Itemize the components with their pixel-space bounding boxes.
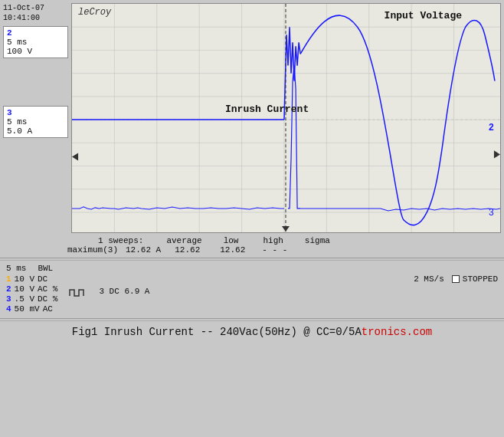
ch2-num: 2 [6, 284, 11, 294]
ch1-row: 1 10 V DC [6, 274, 57, 284]
ch3-marker: 3 [489, 208, 494, 219]
divider-1 [0, 258, 504, 258]
low-val: 12.62 [175, 245, 200, 255]
ch2-voltage: 100 V [7, 47, 64, 56]
channel-2-box: 2 5 ms 100 V [3, 26, 68, 58]
bwl-label: BWL [38, 264, 53, 273]
status-label: STOPPED [463, 274, 498, 284]
channel-list: 1 10 V DC 2 10 V AC % 3 .5 V DC % 4 50 m… [6, 274, 57, 314]
ch3-row: 3 .5 V DC % [6, 294, 57, 304]
measurements-section: 1 sweeps: average low high sigma maximum… [0, 233, 504, 256]
average-val: 12.62 A [126, 245, 161, 255]
ch3-num: 3 [6, 294, 11, 304]
ch3-time: 5 ms [7, 117, 64, 127]
scope-wrapper: 11-Oct-07 10:41:00 2 5 ms 100 V 3 5 ms 5… [0, 0, 504, 233]
ch2-mode: AC % [38, 284, 57, 294]
average-header: average [166, 236, 201, 245]
divider-2 [0, 318, 504, 319]
high-val: 12.62 [220, 245, 245, 255]
timestamp-time: 10:41:00 [3, 13, 68, 23]
sweeps-label: 1 sweeps: [98, 236, 143, 245]
inrush-current-label: Inrush Current [225, 104, 309, 115]
left-panel: 11-Oct-07 10:41:00 2 5 ms 100 V 3 5 ms 5… [3, 3, 68, 233]
low-header: low [224, 236, 239, 245]
ch4-row: 4 50 mV AC [6, 304, 57, 314]
ch4-num: 4 [6, 304, 11, 314]
dc-label: 3 DC 6.9 A [99, 287, 149, 296]
ch4-mode: AC [43, 304, 53, 314]
right-controls: 2 MS/s STOPPED [414, 274, 498, 284]
timebase-val: 5 ms [6, 264, 26, 273]
timestamp-date: 11-Oct-07 [3, 3, 68, 13]
ch4-volt: 50 mV [15, 304, 40, 314]
stopped-square-icon [452, 275, 460, 283]
input-voltage-label: Input Voltage [385, 10, 462, 21]
channel-3-box: 3 5 ms 5.0 A [3, 106, 68, 138]
stopped-badge: STOPPED [452, 274, 498, 284]
ch2-marker: 2 [489, 123, 494, 133]
ch3-label: 3 [7, 108, 64, 117]
caption-text: Fig1 Inrush Current -- 240Vac(50Hz) @ CC… [72, 326, 362, 338]
ch1-mode: DC [38, 274, 47, 284]
bottom-controls: 5 ms BWL 1 10 V DC 2 10 V AC % 3 .5 V D [0, 260, 504, 317]
ch2-volt: 10 V [15, 284, 34, 294]
ch2-row: 2 10 V AC % [6, 284, 57, 294]
meas-label: maximum(3) [67, 245, 118, 255]
ch2-label: 2 [7, 28, 64, 38]
ch3-mode: DC % [38, 294, 57, 304]
channel-rows: 1 10 V DC 2 10 V AC % 3 .5 V DC % 4 50 m… [6, 274, 498, 314]
sigma-header: sigma [305, 236, 330, 245]
ch1-num: 1 [6, 274, 11, 284]
timestamp: 11-Oct-07 10:41:00 [3, 3, 68, 23]
ch2-time: 5 ms [7, 38, 64, 47]
lecroy-label: leCroy [78, 7, 111, 18]
scope-screen: leCroy Input Voltage Inrush Current 2 3 [71, 3, 501, 233]
ch3-volt: .5 V [15, 294, 34, 304]
ch3-current: 5.0 A [7, 127, 64, 136]
main-container: 11-Oct-07 10:41:00 2 5 ms 100 V 3 5 ms 5… [0, 0, 504, 437]
sample-rate: 2 MS/s [414, 274, 444, 284]
high-header: high [263, 236, 283, 245]
caption: Fig1 Inrush Current -- 240Vac(50Hz) @ CC… [0, 320, 504, 343]
ch1-volt: 10 V [15, 274, 34, 284]
bottom-row1: 5 ms BWL [6, 264, 498, 273]
square-wave-icon [68, 287, 85, 297]
sigma-val: - - - [262, 245, 287, 255]
scope-grid-svg [72, 4, 500, 233]
square-wave-symbol [68, 287, 85, 300]
caption-brand: tronics.com [362, 326, 432, 338]
